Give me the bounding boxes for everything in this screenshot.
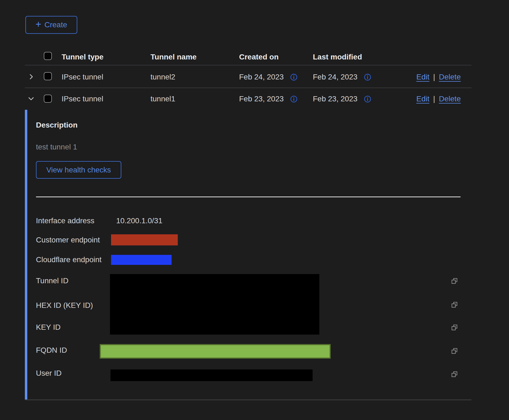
copy-user-id-button[interactable] [451, 370, 458, 378]
ids-redaction-block [110, 274, 319, 335]
copy-key-id-button[interactable] [451, 324, 458, 331]
info-icon[interactable] [364, 74, 371, 81]
edit-link[interactable]: Edit [416, 94, 429, 104]
create-button[interactable]: + Create [25, 16, 77, 34]
column-header-tunnel-name: Tunnel name [150, 52, 197, 62]
copy-icon [451, 347, 458, 355]
info-icon[interactable] [290, 74, 297, 81]
create-button-label: Create [44, 21, 67, 29]
row-collapse-chevron-down-icon[interactable] [28, 95, 35, 102]
customer-endpoint-label: Customer endpoint [36, 235, 100, 245]
interface-address-label: Interface address [36, 216, 94, 225]
tunnel-name-cell: tunnel1 [150, 94, 175, 104]
cloudflare-endpoint-label: Cloudflare endpoint [36, 255, 102, 264]
copy-tunnel-id-button[interactable] [451, 277, 458, 285]
created-on-cell: Feb 23, 2023 [239, 94, 297, 104]
description-value: test tunnel 1 [36, 142, 77, 152]
copy-icon [451, 301, 458, 308]
last-modified-value: Feb 23, 2023 [313, 94, 357, 104]
fqdn-id-redaction [100, 344, 331, 359]
copy-icon [451, 277, 458, 285]
delete-link[interactable]: Delete [439, 94, 461, 104]
view-health-checks-button[interactable]: View health checks [36, 161, 121, 179]
action-separator: | [433, 94, 435, 104]
created-on-cell: Feb 24, 2023 [239, 72, 297, 82]
edit-link[interactable]: Edit [416, 72, 429, 82]
last-modified-value: Feb 24, 2023 [313, 72, 357, 82]
action-separator: | [433, 72, 435, 82]
key-id-label: KEY ID [36, 323, 61, 332]
row-actions: Edit | Delete [416, 72, 461, 82]
cloudflare-endpoint-redaction [111, 255, 172, 265]
column-header-created-on: Created on [239, 52, 279, 62]
delete-link[interactable]: Delete [439, 72, 461, 82]
interface-address-value: 10.200.1.0/31 [116, 216, 162, 225]
fqdn-id-label: FQDN ID [36, 346, 67, 355]
select-all-checkbox[interactable] [44, 52, 52, 60]
tunnel-id-label: Tunnel ID [36, 276, 68, 285]
tunnel-name-cell: tunnel2 [150, 72, 175, 82]
created-on-value: Feb 24, 2023 [239, 72, 284, 82]
column-header-last-modified: Last modified [313, 52, 362, 62]
view-health-checks-label: View health checks [46, 166, 111, 174]
last-modified-cell: Feb 23, 2023 [313, 94, 371, 104]
created-on-value: Feb 23, 2023 [239, 94, 284, 104]
info-icon[interactable] [364, 95, 371, 103]
section-divider [36, 196, 461, 197]
tunnel-type-cell: IPsec tunnel [62, 94, 103, 104]
info-icon[interactable] [290, 95, 297, 103]
customer-endpoint-redaction [111, 234, 178, 245]
expanded-row-accent-bar [25, 110, 27, 400]
table-bottom-divider [25, 399, 471, 400]
column-header-tunnel-type: Tunnel type [62, 52, 103, 62]
plus-icon: + [35, 19, 41, 29]
copy-icon [451, 324, 458, 331]
user-id-redaction [110, 369, 313, 381]
copy-icon [451, 370, 458, 378]
description-label: Description [36, 121, 78, 130]
row-divider [25, 88, 471, 88]
tunnel-type-cell: IPsec tunnel [62, 72, 103, 82]
tunnels-page: + Create Tunnel type Tunnel name Created… [0, 0, 509, 420]
row-checkbox[interactable] [44, 72, 52, 80]
user-id-label: User ID [36, 369, 62, 378]
row-actions: Edit | Delete [416, 94, 461, 104]
row-checkbox[interactable] [44, 95, 52, 103]
hex-id-label: HEX ID (KEY ID) [36, 301, 93, 310]
copy-hex-id-button[interactable] [451, 301, 458, 308]
last-modified-cell: Feb 24, 2023 [313, 72, 371, 82]
row-expand-chevron-right-icon[interactable] [28, 73, 35, 80]
copy-fqdn-id-button[interactable] [451, 347, 458, 355]
header-divider [25, 65, 471, 65]
